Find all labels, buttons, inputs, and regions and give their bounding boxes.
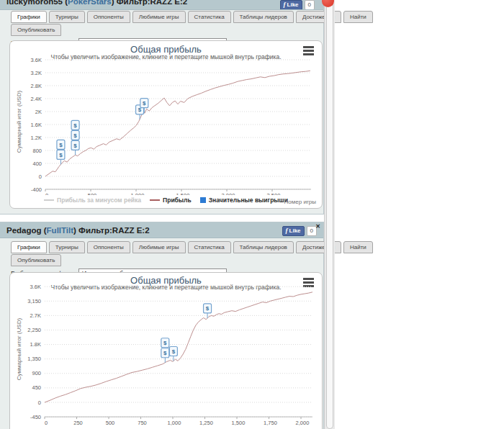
tab-leaderboards[interactable]: Таблицы лидеров [233, 11, 294, 23]
svg-text:$: $ [59, 152, 63, 158]
tab-find[interactable]: Найти [343, 11, 373, 23]
svg-text:3.6K: 3.6K [30, 284, 41, 290]
tab-find[interactable]: Найти [343, 241, 373, 253]
svg-text:1,000: 1,000 [168, 420, 181, 426]
svg-text:3,150: 3,150 [27, 298, 41, 304]
svg-text:-400: -400 [31, 186, 42, 193]
svg-text:800: 800 [32, 148, 42, 154]
svg-text:$: $ [172, 348, 176, 355]
tabs-row-1: ГрафикиТурнирыОппонентыЛюбимые игрыСтати… [0, 11, 323, 23]
tab-tournaments[interactable]: Турниры [49, 11, 85, 23]
svg-text:$: $ [206, 305, 210, 312]
widget-title: Pedagog (FullTilt) Фильтр:RAZZ E:2 [6, 226, 150, 235]
svg-text:3.2K: 3.2K [31, 70, 42, 76]
legend-item[interactable]: Значительные выигрыши [200, 197, 288, 204]
profit-chart-panel: Общая прибыль Чтобы увеличить изображени… [9, 40, 323, 209]
svg-text:450: 450 [32, 384, 41, 391]
legend-item[interactable]: Прибыль за минусом рейка [44, 197, 141, 204]
svg-text:250: 250 [73, 420, 83, 426]
player-widget-luckymoron55: luckymoron55 (PokerStars) Фильтр:RAZZ E:… [0, 0, 324, 214]
svg-text:2,500: 2,500 [267, 192, 281, 195]
legend-label: Прибыль за минусом рейка [57, 197, 141, 204]
svg-text:$: $ [73, 143, 77, 149]
legend-label: Значительные выигрыши [209, 197, 288, 204]
svg-text:$: $ [143, 100, 146, 107]
x-axis-title: Номер игры [284, 199, 316, 205]
widget-header: Pedagog (FullTilt) Фильтр:RAZZ E:2 fLike… [0, 222, 323, 238]
tab-opponents[interactable]: Оппоненты [87, 241, 130, 253]
svg-text:3.6K: 3.6K [31, 57, 42, 63]
player-name: luckymoron55 ( [6, 0, 68, 6]
tab-statistics[interactable]: Статистика [188, 241, 231, 253]
tabs-row-2: Опубликовать [0, 254, 323, 266]
facebook-f-icon: f [286, 227, 288, 234]
svg-text:2K: 2K [35, 109, 42, 115]
facebook-like-button[interactable]: fLike [280, 0, 302, 10]
tabs-row-2: Опубликовать [0, 24, 323, 36]
scrollbar-thumb[interactable] [326, 0, 333, 429]
svg-text:1.8K: 1.8K [30, 341, 41, 348]
svg-text:$: $ [59, 142, 63, 148]
profit-chart-plot[interactable]: 3.6K3.2K2.8K2.4K2K1.6K1.2K8004000-400050… [10, 41, 322, 195]
svg-text:1,500: 1,500 [176, 192, 190, 195]
like-count-badge[interactable]: 0 [305, 0, 315, 10]
svg-text:2.8K: 2.8K [31, 83, 42, 89]
site-link[interactable]: FullTilt [47, 226, 73, 235]
svg-text:0: 0 [39, 173, 42, 180]
page: luckymoron55 (PokerStars) Фильтр:RAZZ E:… [0, 0, 504, 429]
player-name: Pedagog ( [6, 226, 47, 235]
tab-statistics[interactable]: Статистика [188, 11, 231, 23]
svg-text:2,000: 2,000 [222, 192, 235, 195]
tab-favorite-games[interactable]: Любимые игры [132, 11, 186, 23]
svg-text:$: $ [163, 350, 167, 356]
svg-text:1,350: 1,350 [27, 356, 41, 362]
tabs-row-1: ГрафикиТурнирыОппонентыЛюбимые игрыСтати… [0, 241, 323, 253]
facebook-like-button[interactable]: fLike [282, 226, 305, 236]
svg-text:2,250: 2,250 [27, 327, 41, 333]
legend-line-swatch [44, 199, 54, 201]
legend-square-swatch [200, 197, 206, 203]
svg-text:2.4K: 2.4K [31, 96, 42, 102]
legend-label: Прибыль [163, 197, 192, 204]
player-widget-pedagog: Pedagog (FullTilt) Фильтр:RAZZ E:2 fLike… [0, 222, 324, 429]
svg-text:750: 750 [138, 420, 147, 426]
tab-opponents[interactable]: Оппоненты [87, 11, 130, 23]
tab-favorite-games[interactable]: Любимые игры [132, 241, 186, 253]
svg-text:0: 0 [45, 192, 48, 195]
tab-leaderboards[interactable]: Таблицы лидеров [233, 241, 294, 253]
tab-publish[interactable]: Опубликовать [11, 24, 61, 36]
facebook-f-icon: f [284, 1, 286, 8]
svg-text:500: 500 [88, 192, 97, 195]
svg-text:0: 0 [38, 399, 41, 406]
legend-line-swatch [150, 199, 160, 201]
svg-text:2,000: 2,000 [296, 420, 310, 426]
facebook-like-row: fLike 0 [280, 0, 315, 10]
tab-charts[interactable]: Графики [11, 11, 47, 23]
tab-publish[interactable]: Опубликовать [11, 254, 61, 266]
vertical-scrollbar[interactable] [324, 0, 335, 429]
svg-text:1.2K: 1.2K [31, 135, 42, 141]
svg-text:1.6K: 1.6K [31, 122, 42, 128]
tab-charts[interactable]: Графики [11, 241, 47, 253]
svg-text:0: 0 [45, 420, 48, 426]
svg-text:500: 500 [106, 420, 115, 426]
close-icon[interactable]: ✕ [315, 223, 320, 230]
profit-chart-panel: Общая прибыль Чтобы увеличить изображени… [9, 272, 323, 429]
facebook-like-row: fLike 0 [282, 226, 317, 236]
filter-text: ) Фильтр:RAZZ E:2 [112, 0, 188, 6]
svg-text:$: $ [73, 132, 77, 139]
svg-text:1,500: 1,500 [232, 420, 246, 426]
svg-text:1,000: 1,000 [131, 192, 145, 195]
chart-legend: Прибыль за минусом рейкаПрибыльЗначитель… [10, 197, 322, 204]
svg-text:2.7K: 2.7K [30, 312, 41, 319]
filter-text: ) Фильтр:RAZZ E:2 [73, 226, 150, 235]
tab-tournaments[interactable]: Турниры [49, 241, 85, 253]
svg-text:-450: -450 [30, 414, 41, 420]
profit-chart-plot[interactable]: 3.6K3,1502.7K2,2501.8K1,3509004500-45002… [10, 273, 322, 429]
svg-text:400: 400 [32, 161, 42, 167]
svg-text:$: $ [73, 122, 77, 129]
svg-text:900: 900 [32, 370, 41, 376]
svg-text:$: $ [163, 340, 167, 346]
legend-item[interactable]: Прибыль [150, 197, 192, 204]
site-link[interactable]: PokerStars [68, 0, 112, 6]
